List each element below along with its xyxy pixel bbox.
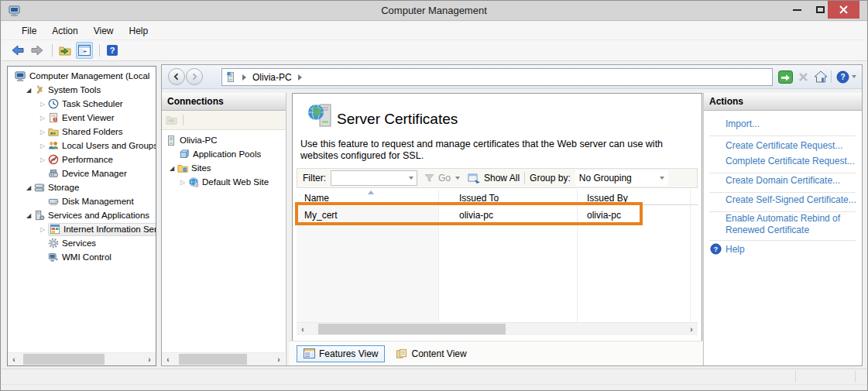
globe-icon: ? — [188, 177, 199, 187]
scrollbar-thumb[interactable] — [179, 354, 247, 365]
export-list-button[interactable] — [57, 42, 74, 59]
scroll-right-icon[interactable]: › — [685, 323, 698, 335]
forward-button[interactable] — [29, 42, 46, 59]
actions-separator — [709, 211, 856, 212]
stop-button[interactable] — [795, 68, 811, 85]
expander-collapsed-icon[interactable] — [37, 115, 48, 122]
filter-dropdown-caret-icon[interactable] — [409, 177, 413, 180]
show-console-tree-button[interactable] — [76, 42, 93, 59]
scroll-left-icon[interactable]: ‹ — [297, 323, 309, 335]
tree-item-storage[interactable]: Storage — [8, 180, 156, 194]
menu-view[interactable]: View — [86, 23, 122, 39]
column-header-issued-by[interactable]: Issued By — [587, 193, 628, 204]
feature-title: Server Certificates — [337, 111, 458, 128]
tab-content-view[interactable]: Content View — [389, 345, 472, 362]
clock-icon — [48, 98, 59, 109]
expander-expanded-icon[interactable] — [23, 212, 34, 219]
go-button[interactable]: Go — [438, 173, 451, 183]
scroll-right-icon[interactable]: › — [273, 353, 285, 365]
action-import[interactable]: Import... — [726, 118, 760, 129]
help-dropdown-caret-icon[interactable] — [852, 75, 856, 78]
menu-file[interactable]: File — [14, 23, 44, 39]
menu-action[interactable]: Action — [44, 23, 85, 39]
scrollbar-thumb[interactable] — [318, 324, 506, 334]
expander-collapsed-icon[interactable] — [37, 226, 48, 233]
tree-item-shared-folders[interactable]: Shared Folders — [8, 125, 156, 139]
expander-collapsed-icon[interactable] — [37, 129, 48, 135]
expander-collapsed-icon[interactable] — [37, 142, 48, 149]
tree-item-performance[interactable]: Performance — [8, 153, 156, 166]
tree-item-task-scheduler[interactable]: Task Scheduler — [8, 97, 156, 111]
tree-horizontal-scrollbar[interactable]: ‹ › — [8, 352, 156, 365]
filter-combobox[interactable] — [331, 170, 417, 186]
connections-item-application-pools[interactable]: Application Pools — [162, 147, 286, 161]
tree-item-wmi-control[interactable]: WMI Control — [8, 250, 156, 264]
scroll-right-icon[interactable]: › — [143, 353, 156, 365]
connections-item-default-web-site[interactable]: ? Default Web Site — [162, 175, 286, 189]
menu-help[interactable]: Help — [122, 23, 156, 39]
action-create-domain-certificate[interactable]: Create Domain Certificate... — [726, 175, 840, 186]
expander-expanded-icon[interactable] — [23, 184, 34, 191]
connections-item-server[interactable]: Olivia-PC — [162, 133, 286, 147]
nav-back-button[interactable] — [168, 68, 185, 85]
actions-separator — [709, 173, 856, 173]
help-icon: ? — [836, 70, 849, 84]
certificate-row[interactable]: My_cert olivia-pc olivia-pc — [297, 207, 698, 224]
scroll-left-icon[interactable]: ‹ — [8, 353, 20, 365]
list-horizontal-scrollbar[interactable]: ‹ › — [297, 322, 698, 335]
column-header-issued-to[interactable]: Issued To — [459, 193, 499, 204]
expander-collapsed-icon[interactable] — [37, 156, 48, 163]
save-connection-icon[interactable] — [166, 115, 178, 125]
home-button[interactable] — [812, 68, 829, 85]
tree-item-services-applications[interactable]: Services and Applications — [8, 208, 156, 222]
action-enable-automatic-rebind[interactable]: Enable Automatic Rebind of Renewed Certi… — [726, 213, 857, 236]
tree-item-disk-management[interactable]: Disk Management — [8, 194, 156, 208]
help-button[interactable]: ? — [104, 42, 121, 59]
connections-item-sites[interactable]: Sites — [162, 161, 286, 175]
home-icon — [814, 70, 828, 83]
tree-item-internet-information-services[interactable]: Internet Information Ser — [8, 222, 156, 236]
scrollbar-thumb[interactable] — [23, 354, 105, 365]
go-dropdown-caret-icon[interactable] — [455, 177, 460, 180]
tab-features-view[interactable]: Features View — [297, 345, 385, 362]
expander-collapsed-icon[interactable] — [37, 101, 48, 108]
group-by-combobox[interactable]: No Grouping — [575, 170, 668, 186]
connections-horizontal-scrollbar[interactable]: ‹ › — [162, 352, 285, 365]
forward-chevron-icon — [190, 72, 199, 81]
action-create-certificate-request[interactable]: Create Certificate Request... — [726, 140, 842, 151]
tree-item-event-viewer[interactable]: ! Event Viewer — [8, 111, 156, 125]
group-by-caret-icon[interactable] — [660, 177, 664, 180]
help-menu-button[interactable]: ? — [835, 68, 851, 85]
action-create-self-signed-certificate[interactable]: Create Self-Signed Certificate... — [726, 194, 856, 205]
shared-folder-icon — [48, 126, 59, 137]
tree-item-services[interactable]: Services — [8, 236, 156, 250]
scroll-left-icon[interactable]: ‹ — [162, 353, 174, 365]
expander-expanded-icon[interactable] — [166, 165, 177, 172]
address-bar[interactable]: Olivia-PC — [221, 68, 773, 86]
expander-collapsed-icon[interactable] — [177, 179, 188, 186]
performance-icon — [48, 154, 59, 165]
show-all-button[interactable]: Show All — [484, 173, 520, 183]
tree-item-local-users-groups[interactable]: Local Users and Groups — [8, 139, 156, 153]
view-tabs-bar: Features View Content View — [289, 341, 702, 365]
expander-expanded-icon[interactable] — [23, 87, 34, 94]
column-header-name[interactable]: Name — [304, 193, 329, 204]
tree-item-computer-management[interactable]: Computer Management (Local — [8, 69, 156, 83]
svg-text:?: ? — [195, 183, 197, 187]
actions-separator — [709, 135, 856, 136]
breadcrumb-node[interactable]: Olivia-PC — [252, 72, 292, 83]
tree-item-system-tools[interactable]: System Tools — [8, 83, 156, 97]
action-complete-certificate-request[interactable]: Complete Certificate Request... — [726, 156, 855, 166]
connections-header: Connections — [162, 93, 286, 111]
title-bar: Computer Management — [1, 1, 867, 21]
close-button[interactable] — [828, 1, 859, 19]
show-all-icon — [468, 173, 481, 184]
back-button[interactable] — [9, 42, 26, 59]
menu-bar: File Action View Help — [2, 22, 866, 40]
refresh-button[interactable] — [777, 68, 794, 85]
tree-item-device-manager[interactable]: Device Manager — [8, 166, 156, 180]
minimize-button[interactable] — [785, 1, 808, 19]
action-help[interactable]: Help — [726, 244, 745, 255]
server-icon — [225, 71, 236, 83]
nav-forward-button[interactable] — [186, 68, 203, 85]
